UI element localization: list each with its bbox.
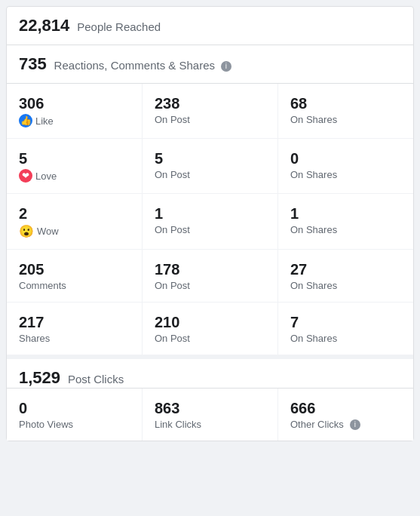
row-2-col2: 1On Post xyxy=(143,194,277,249)
main-card: 22,814 People Reached 735 Reactions, Com… xyxy=(6,6,414,441)
row-2-col3-label: On Shares xyxy=(290,224,401,235)
row-2-total-label: 😮Wow xyxy=(19,224,130,238)
row-1-col3: 0On Shares xyxy=(278,139,413,193)
reactions-number: 735 xyxy=(19,54,47,73)
row-1-col2-label: On Post xyxy=(155,169,265,180)
row-1-total-label: ❤Love xyxy=(19,169,130,183)
row-0-col3: 68On Shares xyxy=(278,84,413,138)
people-reached-label: People Reached xyxy=(77,20,161,33)
link-clicks-number: 863 xyxy=(155,399,265,417)
row-4-col2: 210On Post xyxy=(143,303,277,355)
like-icon: 👍 xyxy=(19,114,32,127)
row-1-col2: 5On Post xyxy=(143,139,277,193)
post-clicks-label: Post Clicks xyxy=(68,373,124,385)
row-3-col3-label: On Shares xyxy=(290,280,401,291)
row-4-col2-number: 210 xyxy=(155,313,265,331)
reactions-label: Reactions, Comments & Shares xyxy=(54,59,215,72)
row-2-col2-label: On Post xyxy=(155,224,265,235)
row-3-col2: 178On Post xyxy=(143,250,277,302)
row-4-col3-label: On Shares xyxy=(290,333,401,344)
row-3-col3: 27On Shares xyxy=(278,250,413,302)
reactions-summary-section: 735 Reactions, Comments & Shares i xyxy=(7,45,413,83)
row-4-total-label: Shares xyxy=(19,333,130,344)
row-2-col2-number: 1 xyxy=(155,204,265,223)
photo-views-label: Photo Views xyxy=(19,419,130,430)
link-clicks-label: Link Clicks xyxy=(155,419,265,430)
link-clicks-cell: 863 Link Clicks xyxy=(143,389,277,441)
stats-grid: 306👍Like238On Post68On Shares5❤Love5On P… xyxy=(7,83,413,355)
row-1-total-number: 5 xyxy=(19,149,130,167)
row-4-col2-label: On Post xyxy=(155,333,265,344)
row-2-col3: 1On Shares xyxy=(278,194,413,249)
row-0-col2-label: On Post xyxy=(155,114,265,125)
row-4-total-number: 217 xyxy=(19,313,130,331)
row-2-total-number: 2 xyxy=(19,204,130,223)
other-clicks-info-icon[interactable]: i xyxy=(350,419,360,430)
people-reached-section: 22,814 People Reached xyxy=(7,7,413,45)
other-clicks-number: 666 xyxy=(290,399,401,417)
love-icon: ❤ xyxy=(19,169,32,183)
wow-icon: 😮 xyxy=(19,224,34,238)
row-0-col3-number: 68 xyxy=(290,94,401,112)
row-0-col3-label: On Shares xyxy=(290,114,401,125)
reactions-info-icon[interactable]: i xyxy=(221,61,231,72)
row-1-col3-label: On Shares xyxy=(290,169,401,180)
row-4-col3-number: 7 xyxy=(290,313,401,331)
row-3-total-number: 205 xyxy=(19,260,130,278)
photo-views-cell: 0 Photo Views xyxy=(7,389,142,441)
row-0-col2: 238On Post xyxy=(143,84,277,138)
photo-views-number: 0 xyxy=(19,399,130,417)
row-2-col1: 2😮Wow xyxy=(7,194,142,249)
people-reached-number: 22,814 xyxy=(19,16,69,35)
row-0-col1: 306👍Like xyxy=(7,84,142,138)
row-0-col2-number: 238 xyxy=(155,94,265,112)
other-clicks-cell: 666 Other Clicks i xyxy=(278,389,413,441)
row-4-col3: 7On Shares xyxy=(278,303,413,355)
row-1-col3-number: 0 xyxy=(290,149,401,167)
row-3-col2-label: On Post xyxy=(155,280,265,291)
post-clicks-number: 1,529 xyxy=(19,368,60,387)
row-2-col3-number: 1 xyxy=(290,204,401,223)
other-clicks-label: Other Clicks i xyxy=(290,419,401,430)
row-0-total-label: 👍Like xyxy=(19,114,130,127)
row-3-total-label: Comments xyxy=(19,280,130,291)
row-1-col1: 5❤Love xyxy=(7,139,142,193)
row-1-col2-number: 5 xyxy=(155,149,265,167)
post-clicks-grid: 0 Photo Views 863 Link Clicks 666 Other … xyxy=(7,388,413,441)
post-clicks-section: 1,529 Post Clicks xyxy=(7,359,413,388)
row-0-total-number: 306 xyxy=(19,94,130,112)
row-3-col3-number: 27 xyxy=(290,260,401,278)
row-3-col1: 205Comments xyxy=(7,250,142,302)
row-4-col1: 217Shares xyxy=(7,303,142,355)
row-3-col2-number: 178 xyxy=(155,260,265,278)
